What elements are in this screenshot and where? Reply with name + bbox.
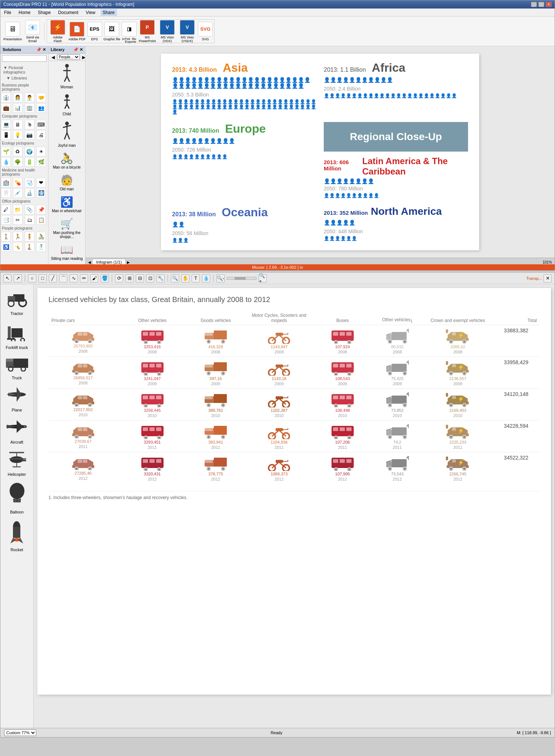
vdx-button[interactable]: V	[160, 20, 175, 35]
menu-share[interactable]: Share	[101, 9, 117, 16]
menu-view[interactable]: View	[84, 9, 98, 16]
eps-button[interactable]: EPS	[87, 22, 102, 37]
pictogram-cell[interactable]: 🤸	[13, 242, 23, 252]
tool-align[interactable]: ⊟	[136, 274, 144, 282]
tree-item-pictorial[interactable]: ▼ Pictorial infographics	[2, 65, 47, 75]
pictogram-cell[interactable]: 🚶	[1, 232, 11, 241]
library-item-woman[interactable]: Woman	[48, 61, 85, 92]
library-item-kneeling[interactable]: 🧎 Man kneeling	[48, 263, 85, 264]
pictogram-cell[interactable]: ♻	[13, 147, 23, 156]
tool-zoom-plus[interactable]: 🔍+	[259, 274, 267, 282]
menu-document[interactable]: Document	[56, 9, 81, 16]
pictogram-cell[interactable]: 🧍	[25, 232, 34, 241]
zoom-select[interactable]: Custom 77% 100% 75% 50%	[4, 729, 36, 736]
pictogram-cell[interactable]: 📱	[1, 130, 11, 140]
tool-line[interactable]: ╱	[49, 274, 57, 282]
menu-shape[interactable]: Shape	[36, 9, 53, 16]
email-button[interactable]: 📧	[25, 20, 40, 35]
pdf-button[interactable]: 📄	[70, 22, 84, 37]
tool-dropper[interactable]: 💧	[202, 274, 210, 282]
sidebar-tractor[interactable]: Tractor	[2, 287, 32, 317]
pictogram-cell[interactable]: 💉	[13, 188, 23, 198]
library-next[interactable]: ▶	[81, 55, 85, 60]
pictogram-cell[interactable]: ✂	[13, 215, 23, 225]
pictogram-cell[interactable]: 💼	[1, 103, 11, 113]
pictogram-cell[interactable]: 🤝	[36, 93, 46, 102]
close-button[interactable]: ✕	[546, 2, 552, 7]
tool-pencil[interactable]: ✏	[80, 274, 88, 282]
tool-group[interactable]: ⊡	[146, 274, 154, 282]
pictogram-cell[interactable]: 🦷	[1, 188, 11, 198]
pictogram-cell[interactable]: 📑	[1, 215, 11, 225]
tool-zoom-minus[interactable]: 🔍-	[216, 274, 225, 282]
tool-select[interactable]: ↖	[3, 274, 11, 282]
tab-prev[interactable]: ◀	[87, 260, 92, 264]
minimize-button[interactable]: _	[531, 2, 537, 7]
pictogram-cell[interactable]: 🖊	[1, 205, 11, 214]
tool-pan[interactable]: ✋	[181, 274, 189, 282]
pictogram-cell[interactable]: 🗂	[25, 215, 34, 225]
pictogram-cell[interactable]: 💻	[1, 120, 11, 129]
pictogram-cell[interactable]: 👨‍💼	[25, 93, 34, 102]
pictogram-cell[interactable]: 🔬	[25, 188, 34, 198]
pictogram-cell[interactable]: 👔	[1, 93, 11, 102]
library-item-child[interactable]: Child	[48, 92, 85, 119]
pictogram-cell[interactable]: 🩻	[36, 188, 46, 198]
pictogram-cell[interactable]: 📊	[13, 103, 23, 113]
tool-spanner[interactable]: 🔧	[157, 274, 165, 282]
ppt-button[interactable]: P	[140, 20, 155, 35]
tool-select2[interactable]: ↗	[14, 274, 22, 282]
flash-button[interactable]: ⚡	[50, 20, 65, 35]
tool-arc[interactable]: ⌒	[59, 274, 67, 282]
pictogram-cell[interactable]: 🏥	[1, 178, 11, 187]
pictogram-cell[interactable]: 🖱	[25, 120, 34, 129]
solutions-pin[interactable]: 📌 ✕	[36, 47, 46, 52]
library-item-oldman[interactable]: 🧓 Old man	[48, 172, 85, 194]
pictogram-cell[interactable]: 🖨	[36, 130, 46, 140]
library-controls[interactable]: 📌 ✕	[73, 47, 83, 52]
html-button[interactable]: ◨	[122, 22, 137, 37]
library-select[interactable]: People...	[57, 54, 80, 60]
pictogram-cell[interactable]: 💡	[13, 130, 23, 140]
pictogram-cell[interactable]: 🕺	[36, 242, 46, 252]
solutions-search-input[interactable]	[2, 55, 47, 62]
pictogram-cell[interactable]: 📋	[36, 215, 46, 225]
tool-paint[interactable]: 🖌	[90, 274, 98, 282]
sidebar-truck[interactable]: Truck	[2, 353, 32, 382]
pictogram-cell[interactable]: 📷	[25, 130, 34, 140]
library-item-wheelchair[interactable]: ♿ Man in wheelchair	[48, 194, 85, 216]
tree-item-libraries[interactable]: ▼ Libraries	[2, 75, 47, 81]
tool-snap[interactable]: ⊞	[125, 274, 134, 282]
pictogram-cell[interactable]: 🏃	[13, 232, 23, 241]
library-item-bicycle[interactable]: 🚴 Man on a bicycle	[48, 150, 85, 172]
sidebar-rocket[interactable]: Rocket	[2, 518, 32, 553]
pictogram-cell[interactable]: 🖥	[13, 120, 23, 129]
tool-curve[interactable]: ∿	[70, 274, 78, 282]
sidebar-plane[interactable]: Plane	[2, 384, 32, 414]
pictogram-cell[interactable]: 👩‍💼	[13, 93, 23, 102]
library-item-sitting[interactable]: 📖 Sitting man reading	[48, 241, 85, 263]
tool-zoom-in[interactable]: 🔍	[171, 274, 179, 282]
pictogram-cell[interactable]: ❤	[36, 178, 46, 187]
pictogram-cell[interactable]: 🌿	[36, 157, 46, 167]
svg-button[interactable]: SVG	[198, 22, 213, 37]
pictogram-cell[interactable]: 🌍	[25, 147, 34, 156]
canvas-area[interactable]: 2013: 4.3 Billion Asia 👤👤👤👤👤👤👤👤👤👤👤👤👤👤👤👤👤…	[85, 46, 555, 264]
sidebar-balloon[interactable]: Balloon	[2, 480, 32, 516]
graphic-button[interactable]: 🖼	[104, 22, 119, 37]
tool-bucket[interactable]: 🪣	[101, 274, 109, 282]
canvas-tab[interactable]: Infogram (1/1)	[92, 259, 126, 264]
pictogram-cell[interactable]: 📌	[36, 205, 46, 214]
sidebar-helicopter[interactable]: Helicopter	[2, 448, 32, 478]
pictogram-cell[interactable]: ⌨	[36, 120, 46, 129]
restore-button[interactable]: □	[538, 2, 544, 7]
pictogram-cell[interactable]: 💧	[1, 157, 11, 167]
pictogram-cell[interactable]: 🌱	[1, 147, 11, 156]
tool-ellipse[interactable]: ○	[28, 274, 36, 282]
window-close[interactable]: ✕	[544, 274, 552, 282]
pictogram-cell[interactable]: 📁	[13, 205, 23, 214]
vsdx-button[interactable]: V	[180, 20, 195, 35]
pictogram-cell[interactable]: ♿	[1, 242, 11, 252]
zoom-slider[interactable]	[227, 277, 256, 280]
library-item-joyful[interactable]: Joyful man	[48, 119, 85, 150]
